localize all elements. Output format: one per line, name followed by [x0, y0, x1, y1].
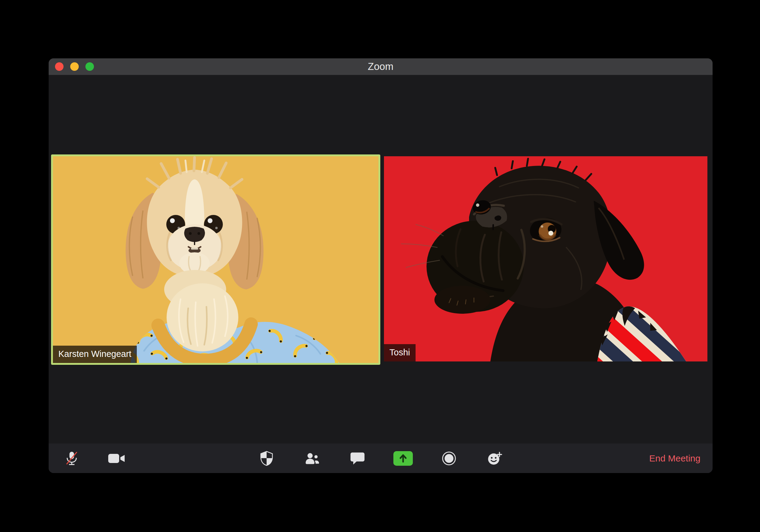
record-icon [442, 451, 456, 466]
security-button[interactable] [255, 444, 278, 473]
participants-icon [304, 452, 321, 465]
share-screen-button[interactable] [392, 444, 415, 473]
titlebar[interactable]: Zoom [49, 58, 713, 75]
reactions-smiley-icon [487, 451, 502, 466]
end-meeting-button[interactable]: End Meeting [646, 444, 704, 473]
participant-name-label: Toshi [384, 344, 415, 362]
participant-tile-karsten[interactable]: Karsten Winegeart [51, 154, 380, 365]
zoom-window: Zoom [49, 58, 713, 473]
toshi-video-feed [384, 156, 707, 362]
window-title: Zoom [49, 58, 713, 75]
video-button[interactable] [105, 444, 128, 473]
chat-button[interactable] [346, 444, 369, 473]
participants-button[interactable] [301, 444, 324, 473]
share-screen-icon [398, 453, 408, 463]
security-shield-icon [260, 451, 274, 466]
participant-tile-toshi[interactable]: Toshi [384, 156, 707, 362]
mic-muted-icon [65, 451, 79, 466]
participant-name-label: Karsten Winegeart [53, 346, 137, 363]
record-button[interactable] [438, 444, 460, 473]
video-camera-icon [108, 452, 125, 464]
reactions-button[interactable] [483, 444, 506, 473]
share-screen-pill [393, 451, 413, 466]
karsten-video-feed [53, 156, 378, 363]
mute-button[interactable] [60, 444, 83, 473]
desktop: Zoom [0, 0, 760, 532]
meeting-toolbar: End Meeting [49, 444, 713, 473]
chat-bubble-icon [350, 452, 365, 465]
